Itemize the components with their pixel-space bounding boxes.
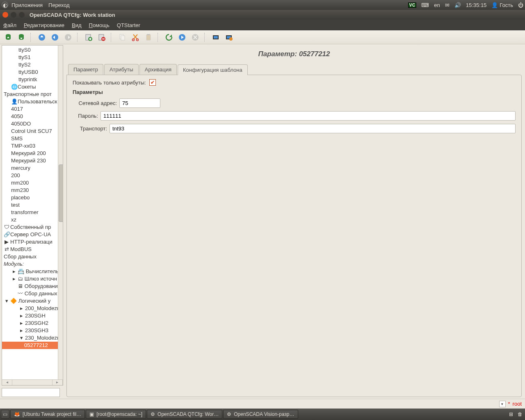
cut-icon[interactable] [130,32,141,43]
tree-item[interactable]: ttyprintk [2,76,63,83]
places-menu[interactable]: Переход [48,2,70,8]
net-addr-input[interactable] [119,98,160,108]
item-add-icon[interactable] [83,32,94,43]
menu-file[interactable]: Файл [3,22,16,28]
tree-item[interactable]: SMS [2,135,63,142]
tree-item[interactable]: ttyS2 [2,61,63,68]
taskbar-item-2[interactable]: ▣[root@openscada: ~] [86,410,146,419]
tree-item[interactable]: mm200 [2,179,63,187]
tree-item[interactable]: ▸230SGH2 [2,320,63,327]
tree-item-data-acq[interactable]: Сбор данных [2,253,63,260]
show-attrs-checkbox[interactable] [149,79,156,86]
tree-item[interactable]: ▸230SGH3 [2,327,63,334]
tree-item-module[interactable]: Модуль: [2,260,63,268]
tree-item[interactable]: 4050 [2,113,63,120]
tree-item-own-proto[interactable]: 🛡Собственный пр [2,224,63,231]
db-load-icon[interactable] [2,32,14,43]
stop-icon[interactable] [189,32,201,43]
tree-item[interactable]: ttyUSB0 [2,68,63,76]
tree-item[interactable]: ▸230SGH [2,312,63,320]
tree-item[interactable]: ttyS1 [2,54,63,61]
tree-item[interactable]: 4017 [2,105,63,113]
taskbar-item-1[interactable]: 🦊[Ubuntu Tweak project fil… [10,410,85,419]
paste-icon[interactable] [143,32,154,43]
taskbar-item-3[interactable]: ⚙OpenSCADA QTCfg: Wor… [147,410,222,419]
tree-item[interactable]: 4050DO [2,120,63,128]
menu-help[interactable]: Помощь [89,22,110,28]
menu-view[interactable]: Вид [72,22,82,28]
tree-item[interactable]: ttyS0 [2,46,63,54]
tab-attributes[interactable]: Атрибуты [104,64,139,75]
tab-archiving[interactable]: Архивация [139,64,177,75]
tree-item-equip[interactable]: 🖥 Оборудовани [2,283,63,290]
tree-scrollbar[interactable] [58,46,63,385]
window-minimize-button[interactable] [11,12,16,18]
volume-icon[interactable]: 🔊 [454,2,461,8]
menu-qtstarter[interactable]: QTStarter [117,22,140,28]
tree-item[interactable]: TMP-xx03 [2,142,63,150]
station-1-icon[interactable] [210,32,221,43]
splitter[interactable] [63,44,66,399]
mail-icon[interactable]: ✉ [445,2,450,8]
window-titlebar[interactable]: OpenSCADA QTCfg: Work station [0,10,525,20]
window-maximize-button[interactable] [19,12,25,18]
tree-item[interactable]: transformer [2,209,63,216]
station-2-icon[interactable] [223,32,235,43]
tab-parameter[interactable]: Параметр [68,64,103,75]
transport-input[interactable] [110,124,516,133]
keyboard-lang[interactable]: en [434,2,440,8]
tree-item-logic[interactable]: ▾🔶 Логический у [2,297,63,305]
taskbar-item-4[interactable]: ⚙OpenSCADA Vision-разр… [223,410,298,419]
tree-search-input[interactable] [2,388,60,397]
copy-icon[interactable] [116,32,128,43]
tree-item-http[interactable]: ▶HTTP-реализаци [2,238,63,246]
scrollbar-thumb[interactable] [59,164,63,222]
trash-icon[interactable]: 🗑 [516,410,524,418]
tree-item[interactable]: Меркурий 200 [2,150,63,157]
refresh-icon[interactable] [163,32,175,43]
params-heading: Параметры [73,89,516,95]
item-del-icon[interactable] [96,32,107,43]
nav-back-icon[interactable] [49,32,61,43]
vnc-icon[interactable]: V C [408,2,417,8]
tree-item-user[interactable]: 👤Пользовательск [2,98,63,105]
ubuntu-logo-icon[interactable]: ◐ [2,2,8,8]
tab-template-config[interactable]: Конфигурация шаблона [178,64,248,75]
tree-item[interactable]: Меркурий 230 [2,157,63,164]
tree-item-transport-proto[interactable]: Транспортные прот [2,91,63,98]
run-icon[interactable] [176,32,188,43]
tree-content[interactable]: ttyS0 ttyS1 ttyS2 ttyUSB0 ttyprintk 🌐Сок… [2,46,63,350]
window-close-button[interactable] [2,12,8,18]
tree-panel[interactable]: ttyS0 ttyS1 ttyS2 ttyUSB0 ttyprintk 🌐Сок… [2,45,63,386]
tree-item-modbus[interactable]: ⇄ModBUS [2,246,63,253]
apps-menu[interactable]: Приложения [11,2,43,8]
tree-item[interactable]: mm230 [2,187,63,194]
menu-edit[interactable]: Редактирование [24,22,64,28]
tree-hscroll[interactable]: ◂▸ [2,379,63,385]
tree-item-selected[interactable]: 05277212 [2,342,63,349]
clock[interactable]: 15:35:15 [466,2,487,8]
user-menu[interactable]: 👤 Гость [491,2,513,8]
tree-item[interactable]: test [2,201,63,209]
status-combo[interactable]: ▾ [499,401,506,407]
password-input[interactable] [100,111,516,121]
tree-item-sockets[interactable]: 🌐Сокеты [2,83,63,91]
tree-item[interactable]: 200 [2,172,63,179]
tree-item[interactable]: ▾230_Molodezn [2,334,63,342]
power-icon[interactable]: ⏻ [518,2,523,8]
tree-item-data[interactable]: 〰 Сбор данных [2,290,63,297]
db-save-icon[interactable] [16,32,27,43]
show-desktop-button[interactable]: ▭ [1,410,9,419]
nav-forward-icon[interactable] [62,32,74,43]
tree-item[interactable]: mercury [2,164,63,172]
nav-up-icon[interactable] [36,32,48,43]
keyboard-icon[interactable]: ⌨ [421,2,429,8]
tree-item[interactable]: ▸200_Molodezn [2,305,63,312]
workspace-switcher[interactable]: ⊞ [507,410,515,418]
tree-item[interactable]: placebo [2,194,63,201]
tree-item-gate[interactable]: ▸🗂 Шлюз источн [2,275,63,283]
tree-item[interactable]: xz [2,216,63,224]
tree-item-opcua[interactable]: 🔗Сервер OPC-UA [2,231,63,238]
tree-item-calc[interactable]: ▸📇 Вычислитель [2,268,63,275]
tree-item[interactable]: Cotrol Unit SCU7 [2,128,63,135]
